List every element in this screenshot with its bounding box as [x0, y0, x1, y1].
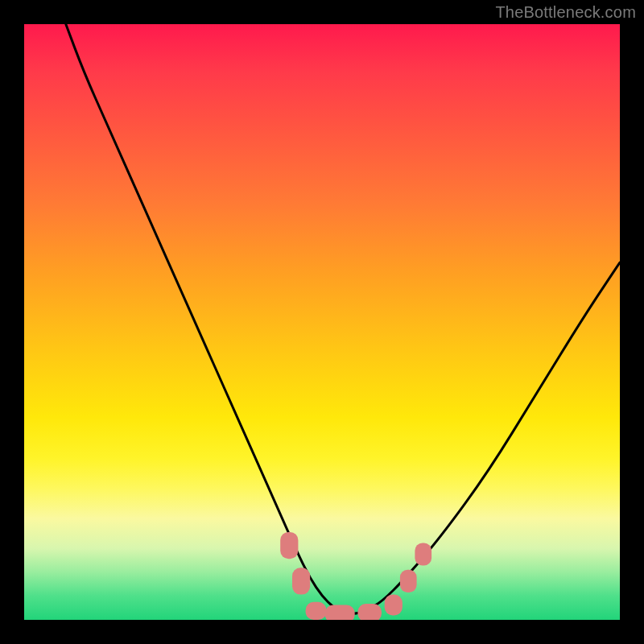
chart-plot-area	[24, 24, 620, 620]
highlight-marker	[325, 605, 355, 621]
highlight-marker	[306, 602, 327, 620]
highlight-marker	[415, 543, 431, 566]
highlight-marker	[400, 570, 417, 592]
highlight-marker	[357, 604, 382, 620]
highlight-markers-group	[280, 532, 431, 620]
watermark-text: TheBottleneck.com	[495, 3, 636, 22]
highlight-marker	[385, 595, 402, 616]
highlight-marker	[292, 568, 310, 594]
highlight-marker	[280, 532, 298, 559]
bottleneck-curve-path	[66, 24, 620, 614]
bottleneck-chart-svg	[24, 24, 620, 620]
